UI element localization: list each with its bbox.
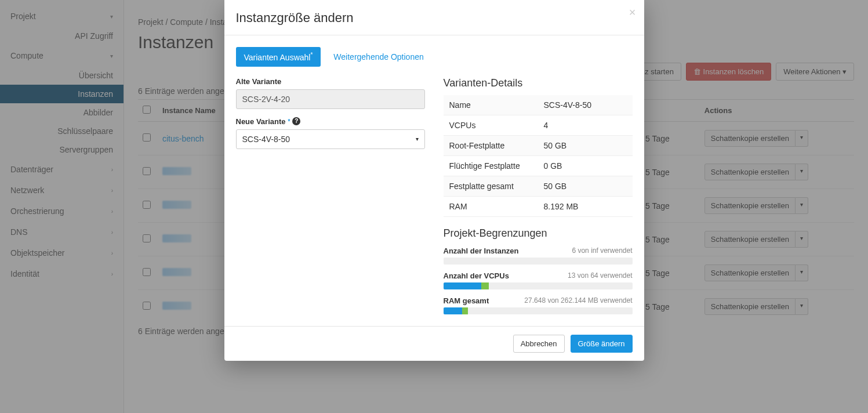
- caret-down-icon: ▾: [416, 136, 419, 142]
- quota-label: RAM gesamt: [444, 296, 489, 305]
- quota-value: 6 von inf verwendet: [572, 247, 632, 255]
- tab-flavor-choice[interactable]: Varianten Auswahl*: [236, 47, 321, 67]
- quota-bar-ram: [444, 307, 633, 314]
- detail-key: Flüchtige Festplatte: [444, 155, 538, 176]
- resize-confirm-button[interactable]: Größe ändern: [571, 335, 633, 353]
- detail-key: Festplatte gesamt: [444, 176, 538, 196]
- label-text: Neue Variante: [236, 117, 286, 126]
- quota-label: Anzahl der Instanzen: [444, 247, 519, 255]
- tab-label: Varianten Auswahl: [244, 53, 311, 62]
- select-value: SCS-4V-8-50: [242, 135, 290, 144]
- info-icon[interactable]: ?: [292, 117, 300, 125]
- detail-key: VCPUs: [444, 115, 538, 135]
- flavor-details-table: NameSCS-4V-8-50 VCPUs4 Root-Festplatte50…: [444, 95, 633, 217]
- tab-advanced[interactable]: Weitergehende Optionen: [325, 48, 431, 66]
- quota-value: 27.648 von 262.144 MB verwendet: [524, 296, 632, 305]
- detail-key: Root-Festplatte: [444, 135, 538, 155]
- detail-val: SCS-4V-8-50: [538, 95, 633, 115]
- project-limits-title: Projekt-Begrenzungen: [444, 227, 633, 240]
- detail-key: RAM: [444, 196, 538, 216]
- quota-label: Anzahl der VCPUs: [444, 271, 509, 280]
- quota-bar-vcpus: [444, 282, 633, 289]
- detail-val: 8.192 MB: [538, 196, 633, 216]
- detail-val: 50 GB: [538, 135, 633, 155]
- new-flavor-select[interactable]: SCS-4V-8-50 ▾: [236, 129, 425, 149]
- new-flavor-label: Neue Variante * ?: [236, 117, 425, 126]
- resize-modal: Instanzgröße ändern × Varianten Auswahl*…: [224, 0, 644, 361]
- flavor-details-title: Varianten-Details: [444, 77, 633, 89]
- modal-title: Instanzgröße ändern: [236, 10, 633, 26]
- detail-val: 50 GB: [538, 176, 633, 196]
- close-icon[interactable]: ×: [629, 6, 636, 19]
- quota-bar-instances: [444, 258, 633, 265]
- detail-val: 0 GB: [538, 155, 633, 176]
- old-flavor-label: Alte Variante: [236, 77, 425, 86]
- detail-val: 4: [538, 115, 633, 135]
- old-flavor-input: SCS-2V-4-20: [236, 89, 425, 109]
- cancel-button[interactable]: Abbrechen: [513, 335, 565, 353]
- quota-value: 13 von 64 verwendet: [568, 271, 632, 280]
- detail-key: Name: [444, 95, 538, 115]
